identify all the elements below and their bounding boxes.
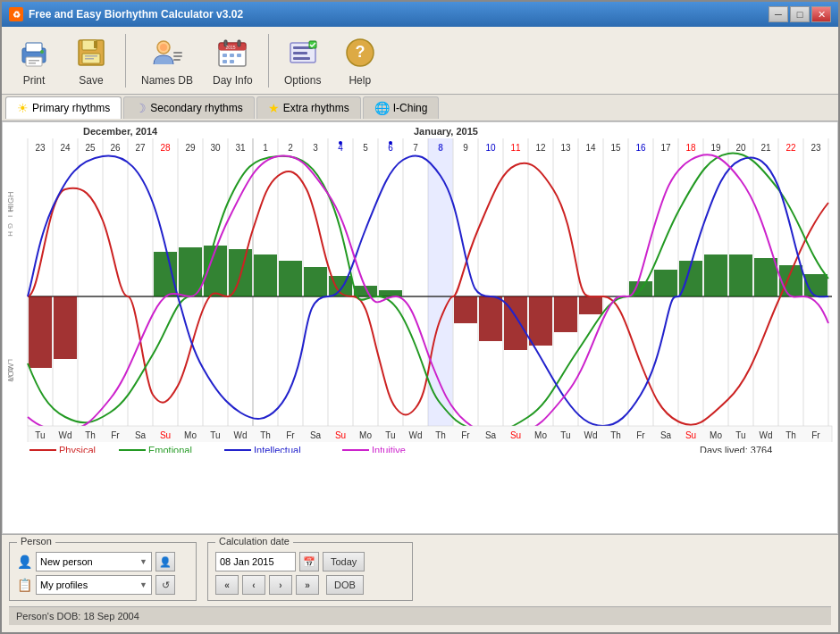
nav-next-next-button[interactable]: » [296,575,319,595]
status-bar: Person's DOB: 18 Sep 2004 [9,606,831,625]
svg-text:26: 26 [110,143,121,153]
svg-point-51 [339,141,342,145]
person-dropdown[interactable]: New person ▼ [36,552,152,571]
svg-rect-24 [237,54,241,57]
nav-prev-button[interactable]: ‹ [242,575,265,595]
profiles-refresh-button[interactable]: ↺ [155,575,175,595]
toolbar-separator-2 [268,34,269,88]
options-button[interactable]: Options [276,29,330,91]
nav-prev-icon: ‹ [252,580,255,590]
svg-text:20: 20 [735,143,746,153]
svg-text:24: 24 [60,143,71,153]
svg-text:Fr: Fr [286,430,295,440]
svg-rect-21 [238,40,240,46]
svg-rect-128 [454,296,477,323]
maximize-button[interactable]: □ [790,6,810,22]
help-label: Help [349,74,371,87]
dob-button[interactable]: DOB [326,575,364,595]
calc-group-label: Calculation date [215,536,293,546]
profiles-dropdown[interactable]: My profiles ▼ [36,575,152,595]
svg-text:G: G [6,223,14,229]
dayinfo-label: Day Info [213,74,253,87]
svg-rect-3 [29,60,39,62]
svg-text:Th: Th [260,430,271,440]
svg-point-54 [389,141,392,145]
svg-text:Wd: Wd [234,430,248,440]
svg-rect-124 [304,267,327,296]
svg-rect-14 [173,52,182,54]
save-label: Save [79,74,103,87]
namesdb-button[interactable]: Names DB [133,29,201,91]
svg-text:?: ? [355,43,365,61]
svg-rect-133 [579,296,602,314]
star-icon: ★ [268,101,280,115]
nav-prev-prev-button[interactable]: « [215,575,239,595]
svg-text:Mo: Mo [710,430,722,440]
svg-text:Tu: Tu [385,430,395,440]
profiles-dropdown-arrow-icon: ▼ [139,580,147,589]
svg-rect-129 [479,296,502,341]
print-button[interactable]: Print [7,29,61,91]
person-row-2: 📋 My profiles ▼ ↺ [17,575,189,595]
svg-text:15: 15 [610,143,621,153]
svg-rect-26 [230,60,234,63]
svg-rect-25 [223,60,227,63]
svg-text:Wd: Wd [59,430,72,440]
svg-text:12: 12 [535,143,546,153]
biorhythm-chart: December, 2014 January, 2015 23 24 25 26… [3,122,834,453]
svg-text:Sa: Sa [135,430,147,440]
toolbar: Print Save [2,27,838,95]
svg-text:14: 14 [585,143,596,153]
svg-text:O: O [6,367,14,372]
svg-rect-122 [254,254,277,296]
today-button[interactable]: Today [323,552,365,571]
today-label: Today [331,556,357,567]
svg-text:25: 25 [85,143,96,153]
svg-point-13 [160,44,167,51]
svg-rect-31 [293,57,310,60]
tab-iching-label: I-Ching [393,102,428,114]
svg-text:Tu: Tu [35,430,45,440]
nav-next-button[interactable]: › [269,575,292,595]
svg-text:Days lived: 3764: Days lived: 3764 [700,445,772,453]
svg-text:Tu: Tu [560,430,570,440]
svg-text:Sa: Sa [485,430,497,440]
bottom-panel: Person 👤 New person ▼ 👤 📋 [2,534,838,632]
svg-text:Emotional: Emotional [148,445,192,453]
dayinfo-icon: 2015 [214,34,251,71]
person-group-label: Person [17,536,55,546]
chart-container: December, 2014 January, 2015 23 24 25 26… [3,122,837,533]
calc-row-2: « ‹ › » DOB [215,575,405,595]
svg-text:21: 21 [760,143,771,153]
nav-next-next-icon: » [305,580,310,590]
svg-rect-132 [554,296,577,332]
help-button[interactable]: ? Help [333,29,387,91]
svg-rect-135 [654,270,677,296]
profiles-icon: 📋 [17,578,32,592]
svg-text:Sa: Sa [310,430,322,440]
svg-text:28: 28 [160,143,171,153]
refresh-icon: ↺ [162,580,170,591]
minimize-button[interactable]: ─ [769,6,788,22]
svg-rect-16 [173,59,181,61]
calc-row-1: 📅 Today [215,552,405,571]
svg-text:Wd: Wd [409,430,423,440]
tab-iching[interactable]: 🌐 I-Ching [363,96,440,119]
calendar-button[interactable]: 📅 [299,552,319,571]
svg-rect-23 [230,54,234,57]
svg-text:L: L [6,359,14,363]
date-input[interactable] [215,552,296,571]
tab-primary[interactable]: ☀ Primary rhythms [5,96,122,119]
save-icon [72,34,110,71]
tab-extra[interactable]: ★ Extra rhythms [256,96,361,119]
save-button[interactable]: Save [64,29,118,91]
svg-text:10: 10 [485,143,496,153]
calendar-icon: 📅 [303,556,315,568]
dayinfo-button[interactable]: 2015 Day Info [205,29,261,91]
tab-primary-label: Primary rhythms [32,102,110,114]
person-edit-button[interactable]: 👤 [155,552,175,571]
close-button[interactable]: ✕ [811,6,831,22]
app-icon: ♻ [9,7,23,21]
tab-secondary[interactable]: ☽ Secondary rhythms [123,96,254,119]
svg-text:W: W [6,375,14,382]
